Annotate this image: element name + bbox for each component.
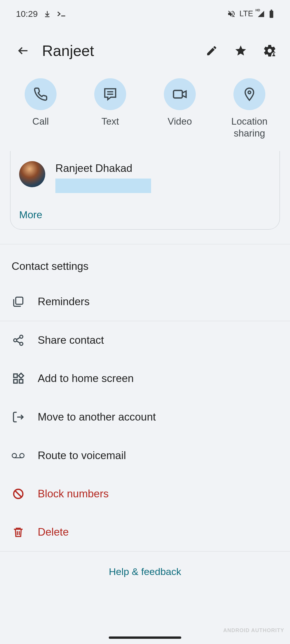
- gear-person-icon: [263, 44, 277, 58]
- pencil-icon: [206, 45, 218, 57]
- location-icon: [242, 87, 257, 101]
- svg-rect-0: [270, 10, 273, 18]
- svg-point-9: [20, 335, 23, 338]
- call-label: Call: [32, 115, 49, 127]
- video-circle: [164, 78, 196, 110]
- svg-line-13: [17, 341, 20, 343]
- status-bar: 10:29 LTE HD: [0, 0, 290, 23]
- message-icon: [103, 87, 117, 101]
- svg-rect-15: [14, 379, 17, 383]
- svg-point-11: [20, 342, 23, 345]
- svg-rect-6: [173, 90, 182, 98]
- help-feedback[interactable]: Help & feedback: [0, 552, 290, 592]
- location-circle: [233, 78, 265, 110]
- svg-point-18: [12, 453, 17, 458]
- svg-rect-1: [271, 10, 272, 11]
- contact-settings-button[interactable]: [260, 41, 280, 61]
- favorite-button[interactable]: [231, 41, 251, 61]
- linked-contact-row[interactable]: Ranjeet Dhakad: [19, 161, 271, 193]
- text-circle: [94, 78, 126, 110]
- page-title: Ranjeet: [42, 42, 193, 59]
- app-bar: Ranjeet: [0, 23, 290, 70]
- phone-icon: [33, 87, 48, 101]
- svg-rect-16: [19, 379, 23, 383]
- widgets-icon: [12, 372, 24, 385]
- video-action[interactable]: Video: [152, 78, 207, 139]
- call-circle: [25, 78, 57, 110]
- svg-line-12: [17, 337, 20, 339]
- avatar: [19, 161, 45, 187]
- share-label: Share contact: [38, 334, 104, 346]
- move-account-row[interactable]: Move to another account: [0, 398, 290, 436]
- move-label: Move to another account: [38, 411, 156, 423]
- svg-point-7: [248, 91, 251, 94]
- hd-badge: HD: [255, 8, 260, 12]
- nav-handle[interactable]: [109, 636, 181, 639]
- svg-line-22: [15, 490, 21, 497]
- block-icon: [12, 488, 24, 500]
- watermark: ANDROID AUTHORITY: [223, 627, 284, 634]
- status-time: 10:29: [16, 9, 38, 19]
- quick-actions: Call Text Video Location sharing: [0, 70, 290, 142]
- reminders-label: Reminders: [38, 296, 90, 308]
- linked-contact-name: Ranjeet Dhakad: [55, 162, 151, 174]
- location-action[interactable]: Location sharing: [222, 78, 277, 139]
- vibrate-icon: [227, 10, 236, 18]
- back-button[interactable]: [13, 41, 33, 61]
- status-right: LTE HD: [227, 9, 274, 18]
- battery-icon: [269, 10, 274, 18]
- arrow-back-icon: [17, 44, 30, 57]
- status-left: 10:29: [16, 9, 67, 19]
- terminal-icon: [57, 10, 67, 18]
- settings-header: Contact settings: [0, 244, 290, 283]
- text-label: Text: [102, 115, 119, 127]
- block-row[interactable]: Block numbers: [0, 475, 290, 513]
- trash-icon: [12, 526, 24, 538]
- block-label: Block numbers: [38, 488, 109, 500]
- reminders-row[interactable]: Reminders: [0, 283, 290, 321]
- share-row[interactable]: Share contact: [0, 321, 290, 359]
- location-label: Location sharing: [231, 115, 268, 139]
- voicemail-row[interactable]: Route to voicemail: [0, 436, 290, 475]
- svg-point-10: [14, 339, 17, 342]
- linked-contact-card: Ranjeet Dhakad More: [10, 151, 280, 230]
- download-icon: [44, 10, 51, 18]
- svg-rect-8: [16, 297, 23, 304]
- delete-label: Delete: [38, 526, 69, 538]
- more-button[interactable]: More: [19, 209, 271, 221]
- network-label: LTE: [239, 9, 253, 18]
- edit-button[interactable]: [202, 41, 222, 61]
- text-action[interactable]: Text: [83, 78, 138, 139]
- star-icon: [234, 44, 247, 57]
- reminders-icon: [12, 296, 24, 308]
- homescreen-row[interactable]: Add to home screen: [0, 359, 290, 398]
- svg-rect-14: [14, 374, 17, 377]
- move-icon: [12, 411, 25, 423]
- voicemail-label: Route to voicemail: [38, 450, 126, 462]
- call-action[interactable]: Call: [13, 78, 68, 139]
- video-label: Video: [168, 115, 192, 127]
- svg-point-3: [273, 53, 274, 54]
- voicemail-icon: [12, 451, 25, 460]
- redacted-detail: [55, 179, 151, 193]
- contact-settings-section: Contact settings Reminders Share contact…: [0, 244, 290, 592]
- share-icon: [12, 334, 24, 346]
- video-icon: [172, 87, 187, 102]
- delete-row[interactable]: Delete: [0, 513, 290, 551]
- svg-rect-17: [18, 373, 23, 378]
- svg-point-19: [20, 453, 24, 458]
- homescreen-label: Add to home screen: [38, 372, 134, 385]
